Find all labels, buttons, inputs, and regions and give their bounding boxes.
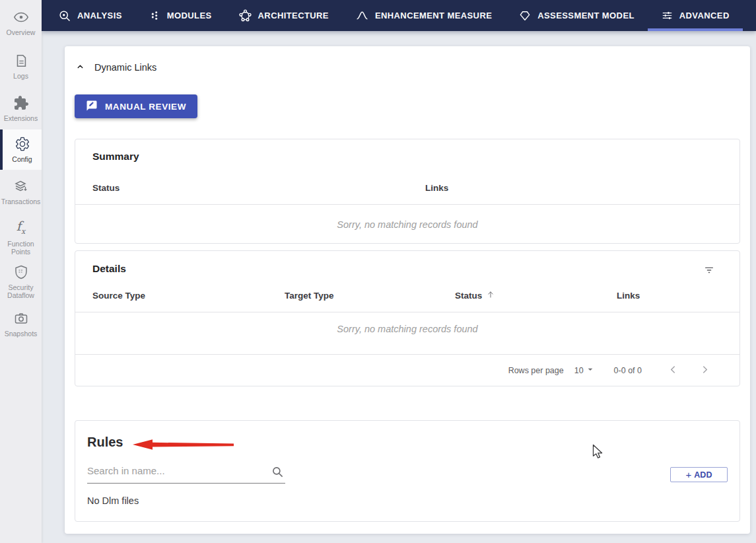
camera-icon: [13, 310, 29, 326]
curve-peak-icon: [355, 9, 369, 22]
add-rule-button[interactable]: + ADD: [670, 467, 728, 482]
shield-icon: [13, 264, 29, 280]
rows-per-page-label: Rows per page: [508, 366, 564, 375]
section-title: Dynamic Links: [94, 62, 156, 73]
rules-search-field: [87, 463, 285, 484]
rules-title: Rules: [87, 435, 123, 450]
column-label: Target Type: [285, 291, 334, 301]
pagination-range: 0-0 of 0: [614, 366, 642, 375]
column-label: Links: [425, 183, 448, 193]
rows-per-page-value: 10: [574, 366, 584, 375]
manual-review-label: MANUAL REVIEW: [105, 102, 186, 112]
tab-architecture[interactable]: ARCHITECTURE: [225, 0, 342, 31]
tab-assessment-model[interactable]: ASSESSMENT MODEL: [505, 0, 648, 31]
column-label: Status: [455, 291, 482, 301]
top-navbar: ANALYSIS MODULES ARCHITECTURE ENHANCEMEN…: [42, 0, 756, 31]
summary-title: Summary: [92, 151, 739, 163]
details-column-source-type[interactable]: Source Type: [75, 290, 267, 301]
details-title: Details: [92, 263, 739, 275]
sidebar-item-label: Extensions: [3, 114, 39, 122]
left-sidebar: Overview Logs Extensions Config Transact…: [0, 0, 42, 543]
chevron-right-icon: [699, 364, 710, 377]
chevron-left-icon: [668, 364, 679, 377]
summary-header-row: Status Links: [75, 183, 739, 205]
tab-label: ADVANCED: [679, 11, 730, 20]
sidebar-item-label: Security Dataflow: [0, 283, 42, 299]
network-nodes-icon: [238, 9, 252, 22]
dots-grid-icon: [149, 9, 161, 22]
tab-label: ASSESSMENT MODEL: [537, 11, 635, 20]
eye-icon: [13, 9, 29, 25]
sidebar-item-snapshots[interactable]: Snapshots: [0, 310, 42, 338]
details-column-target-type[interactable]: Target Type: [267, 290, 438, 301]
column-label: Links: [617, 291, 640, 301]
sidebar-item-logs[interactable]: Logs: [0, 53, 42, 80]
content-panel: Dynamic Links MANUAL REVIEW Summary Stat…: [65, 46, 750, 534]
sidebar-item-label: Transactions: [0, 198, 42, 205]
details-column-links[interactable]: Links: [600, 290, 739, 301]
sidebar-item-label: Logs: [12, 72, 30, 80]
rules-card: Rules + ADD No Dlm files: [75, 420, 740, 522]
sidebar-item-extensions[interactable]: Extensions: [0, 95, 42, 122]
sidebar-item-transactions[interactable]: Transactions: [0, 178, 42, 205]
sidebar-item-label: Function Points: [0, 240, 42, 256]
sidebar-item-label: Config: [11, 155, 33, 163]
details-header-row: Source Type Target Type Status Links: [75, 290, 739, 312]
summary-column-status[interactable]: Status: [75, 183, 408, 193]
rate-review-icon: [86, 100, 98, 114]
red-annotation-arrow: [131, 438, 234, 454]
details-column-status-sorted[interactable]: Status: [438, 290, 600, 301]
plus-icon: +: [686, 470, 692, 480]
manual-review-button[interactable]: MANUAL REVIEW: [75, 94, 197, 118]
column-label: Source Type: [92, 291, 145, 301]
tab-enhancement-measure[interactable]: ENHANCEMENT MEASURE: [342, 0, 505, 31]
details-pagination: Rows per page 10 0-0 of 0: [75, 354, 739, 386]
previous-page-button[interactable]: [664, 362, 681, 379]
sidebar-item-label: Overview: [5, 28, 37, 36]
tab-label: ANALYSIS: [77, 11, 122, 20]
summary-card: Summary Status Links Sorry, no matching …: [75, 139, 740, 244]
rules-empty-message: No Dlm files: [87, 495, 139, 506]
gear-icon: [15, 136, 30, 152]
dynamic-links-section-toggle[interactable]: Dynamic Links: [76, 61, 156, 73]
tab-label: ARCHITECTURE: [258, 11, 329, 20]
tab-analysis[interactable]: ANALYSIS: [45, 0, 135, 31]
sidebar-item-overview[interactable]: Overview: [0, 9, 42, 36]
tab-label: ENHANCEMENT MEASURE: [375, 11, 492, 20]
diamond-icon: [518, 9, 532, 22]
tab-modules[interactable]: MODULES: [135, 0, 225, 31]
add-button-label: ADD: [694, 470, 712, 480]
sidebar-item-label: Snapshots: [3, 330, 39, 338]
tab-advanced[interactable]: ADVANCED: [648, 0, 743, 31]
sort-ascending-arrow-icon: [486, 290, 495, 301]
tab-label: MODULES: [167, 11, 212, 20]
rows-per-page-select[interactable]: 10: [574, 364, 596, 377]
filter-list-icon[interactable]: [703, 264, 715, 279]
rules-search-input[interactable]: [87, 463, 267, 478]
fx-icon: fx: [17, 221, 25, 236]
layers-down-icon: [13, 178, 29, 194]
dropdown-caret-icon: [585, 364, 596, 377]
next-page-button[interactable]: [696, 362, 713, 379]
document-icon: [14, 53, 28, 69]
summary-column-links[interactable]: Links: [408, 183, 741, 193]
chevron-up-icon: [76, 61, 85, 73]
sidebar-item-function-points[interactable]: fx Function Points: [0, 221, 42, 256]
details-card: Details Source Type Target Type Status L…: [75, 250, 740, 386]
search-icon[interactable]: [271, 466, 284, 481]
column-label: Status: [92, 183, 120, 193]
sidebar-item-security-dataflow[interactable]: Security Dataflow: [0, 264, 42, 299]
summary-empty-message: Sorry, no matching records found: [75, 219, 739, 230]
sidebar-item-config[interactable]: Config: [0, 129, 42, 170]
details-empty-message: Sorry, no matching records found: [75, 324, 739, 334]
tune-sliders-icon: [661, 9, 673, 22]
puzzle-icon: [13, 95, 29, 111]
magnifier-code-icon: [58, 9, 71, 22]
